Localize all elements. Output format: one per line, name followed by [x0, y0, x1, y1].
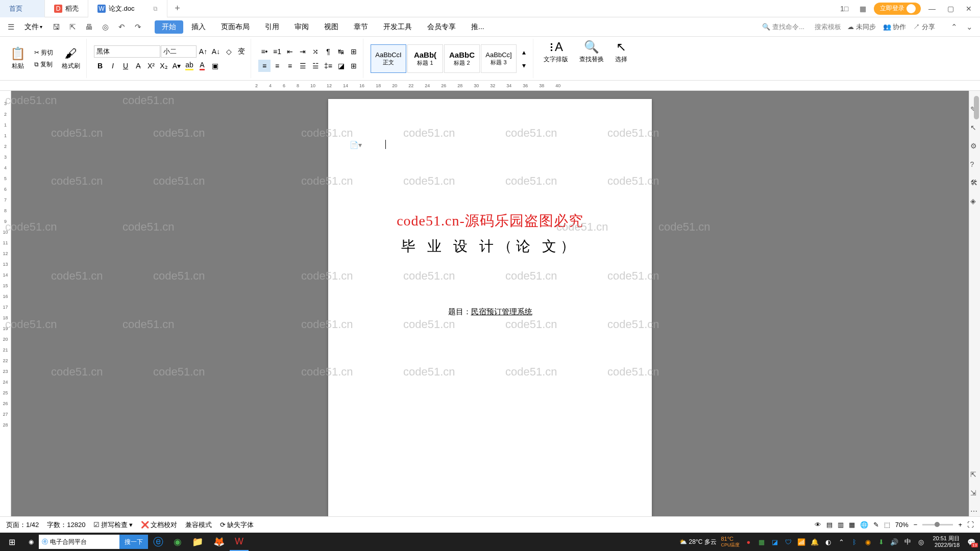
- style-body[interactable]: AaBbCcI正文: [371, 44, 406, 73]
- menu-tab-chapter[interactable]: 章节: [347, 20, 375, 34]
- shading-button[interactable]: ◪: [335, 60, 347, 72]
- diamond-icon[interactable]: ◈: [970, 197, 979, 206]
- document-viewport[interactable]: 📄▾ code51.cn-源码乐园盗图必究 毕 业 设 计（论 文） 题目：民宿…: [11, 91, 969, 516]
- highlight-button[interactable]: ab: [183, 60, 195, 72]
- page-indicator[interactable]: 页面：1/42: [6, 520, 39, 530]
- align-justify-button[interactable]: ☰: [297, 60, 309, 72]
- tray-bluetooth-icon[interactable]: ᛒ: [850, 537, 859, 546]
- decrease-font-icon[interactable]: A↓: [210, 45, 222, 58]
- sort-button[interactable]: ⤭: [309, 45, 322, 58]
- tray-chevron-icon[interactable]: ⌃: [837, 537, 846, 546]
- tray-icon-6[interactable]: ⬇: [876, 537, 886, 546]
- tab-stops-button[interactable]: ↹: [335, 45, 347, 58]
- borders-button[interactable]: ⊞: [348, 60, 360, 72]
- tray-icon-4[interactable]: ◐: [823, 537, 832, 546]
- menu-tab-review[interactable]: 审阅: [287, 20, 316, 34]
- sync-status[interactable]: ☁ 未同步: [847, 22, 876, 32]
- taskbar-ie[interactable]: ⓔ: [148, 533, 168, 551]
- taskbar-360[interactable]: ◉: [168, 533, 187, 551]
- view-page-icon[interactable]: ▤: [826, 521, 832, 529]
- tray-icon-7[interactable]: ◎: [916, 537, 925, 546]
- scroll-down-icon[interactable]: ⇲: [970, 489, 979, 498]
- number-list-button[interactable]: ≡1: [271, 45, 283, 58]
- copy-button[interactable]: ⧉ 复制: [33, 60, 55, 69]
- clear-format-icon[interactable]: ◇: [223, 45, 235, 58]
- missing-font[interactable]: ⟳ 缺失字体: [220, 520, 254, 530]
- underline-button[interactable]: U: [119, 60, 132, 72]
- text-layout-button[interactable]: ⫶A文字排版: [541, 39, 571, 78]
- save-icon[interactable]: 🖫: [50, 20, 63, 34]
- taskbar-explorer[interactable]: 📁: [187, 533, 208, 551]
- style-h1[interactable]: AaBb(标题 1: [407, 44, 443, 73]
- view-outline-icon[interactable]: ▥: [838, 521, 844, 529]
- help-icon[interactable]: ?: [970, 160, 979, 169]
- bullet-list-button[interactable]: ≡•: [258, 45, 271, 58]
- command-search[interactable]: 🔍 查找命令...: [759, 21, 807, 33]
- action-center-icon[interactable]: 💬13: [967, 537, 976, 546]
- scroll-up-icon[interactable]: ⇱: [970, 470, 979, 480]
- tools-icon[interactable]: 🛠: [970, 179, 979, 188]
- undo-icon[interactable]: ↶: [115, 20, 128, 34]
- taskbar-search-button[interactable]: 搜一下: [119, 535, 148, 549]
- zoom-slider[interactable]: [922, 524, 953, 525]
- align-left-button[interactable]: ≡: [258, 60, 271, 72]
- menu-tab-insert[interactable]: 插入: [184, 20, 213, 34]
- menu-tab-more[interactable]: 推...: [464, 20, 492, 34]
- font-name-select[interactable]: [94, 45, 160, 58]
- increase-font-icon[interactable]: A↑: [197, 45, 209, 58]
- menu-tab-layout[interactable]: 页面布局: [214, 20, 257, 34]
- font-color-button[interactable]: A: [196, 60, 208, 72]
- horizontal-ruler[interactable]: 246810121416182022242628303234363840: [0, 81, 980, 91]
- style-scroll-up-icon[interactable]: ▴: [518, 46, 530, 58]
- vertical-ruler[interactable]: 3211234567891011121314151617181920212223…: [0, 91, 11, 516]
- tray-volume-icon[interactable]: 🔊: [890, 537, 899, 546]
- align-right-button[interactable]: ≡: [284, 60, 296, 72]
- bold-button[interactable]: B: [94, 60, 106, 72]
- task-view-button[interactable]: ◉: [23, 533, 39, 551]
- collab-button[interactable]: 👥 协作: [883, 22, 906, 32]
- redo-icon[interactable]: ↷: [131, 20, 144, 34]
- page-options-icon[interactable]: 📄▾: [350, 141, 362, 149]
- menu-tab-devtools[interactable]: 开发工具: [376, 20, 419, 34]
- file-menu[interactable]: 文件▾: [20, 21, 46, 33]
- document-page[interactable]: 📄▾ code51.cn-源码乐园盗图必究 毕 业 设 计（论 文） 题目：民宿…: [328, 99, 652, 516]
- format-painter-button[interactable]: 🖌格式刷: [59, 45, 83, 71]
- print-icon[interactable]: 🖶: [82, 20, 95, 34]
- zoom-fit-icon[interactable]: ⬚: [884, 521, 890, 529]
- tray-icon-1[interactable]: ●: [744, 537, 753, 546]
- align-center-button[interactable]: ≡: [271, 60, 283, 72]
- close-button[interactable]: ✕: [962, 2, 976, 16]
- view-web-icon[interactable]: 🌐: [860, 521, 868, 529]
- tab-window-icon[interactable]: ⧉: [153, 5, 158, 12]
- reader-mode-icon[interactable]: 1□: [837, 2, 851, 16]
- fullscreen-icon[interactable]: ⛶: [967, 521, 974, 529]
- cpu-temp[interactable]: 81°C CPU温度: [721, 536, 740, 548]
- menu-tab-vip[interactable]: 会员专享: [420, 20, 463, 34]
- scrollbar-thumb[interactable]: [974, 96, 979, 119]
- cursor-tool-icon[interactable]: ↖: [970, 123, 979, 133]
- font-size-select[interactable]: [161, 45, 197, 58]
- ribbon-collapse-up-icon[interactable]: ⌃: [947, 20, 961, 34]
- maximize-button[interactable]: ▢: [943, 2, 958, 16]
- increase-indent-button[interactable]: ⇥: [297, 45, 309, 58]
- menu-tab-start[interactable]: 开始: [155, 20, 183, 34]
- menu-tab-reference[interactable]: 引用: [258, 20, 286, 34]
- taskbar-app1[interactable]: 🦊: [208, 533, 230, 551]
- spellcheck-toggle[interactable]: ☑ 拼写检查 ▾: [93, 520, 133, 530]
- phonetic-icon[interactable]: 变: [235, 45, 248, 58]
- distribute-button[interactable]: ☱: [309, 60, 322, 72]
- export-icon[interactable]: ⇱: [66, 20, 79, 34]
- subscript-button[interactable]: X₂: [158, 60, 170, 72]
- italic-button[interactable]: I: [107, 60, 119, 72]
- style-scroll-down-icon[interactable]: ▾: [518, 59, 530, 71]
- tray-ime[interactable]: 中: [903, 537, 912, 546]
- text-direction-button[interactable]: ⊞: [348, 45, 360, 58]
- zoom-out-button[interactable]: −: [914, 521, 918, 529]
- taskbar-search[interactable]: ⓔ 电子合同平台: [39, 535, 119, 549]
- share-button[interactable]: ↗ 分享: [913, 22, 935, 32]
- grid-apps-icon[interactable]: ▦: [855, 2, 870, 16]
- select-button[interactable]: ↖选择: [612, 39, 630, 78]
- strike-button[interactable]: A̵: [132, 60, 144, 72]
- tray-wifi-icon[interactable]: 📶: [797, 537, 806, 546]
- markup-icon[interactable]: ✎: [873, 521, 879, 529]
